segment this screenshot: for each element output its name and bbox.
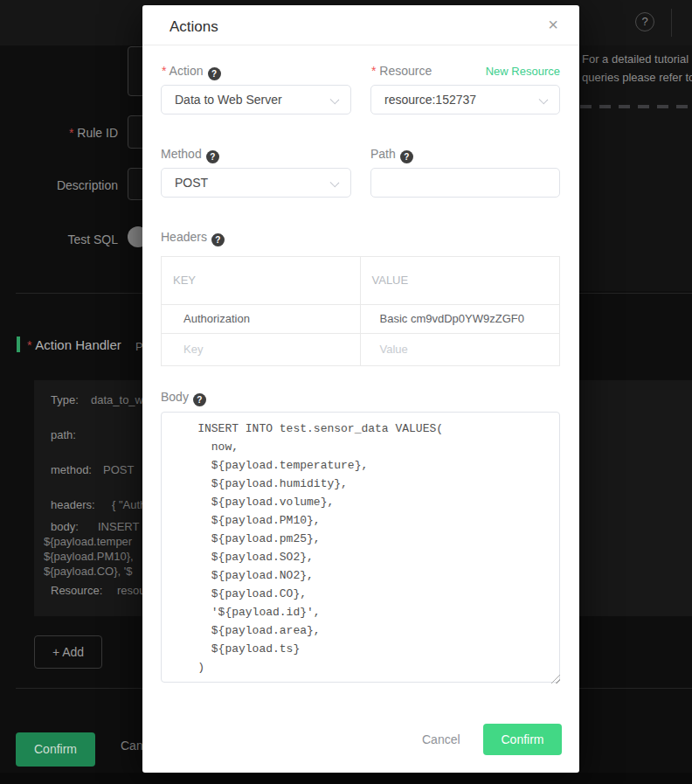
path-field-label: Path: [370, 147, 413, 163]
help-badge-icon[interactable]: [193, 393, 206, 406]
body-wrap-3: ${payload.CO}, '$: [44, 565, 133, 578]
chevron-down-icon: [330, 95, 340, 105]
resource-select[interactable]: resource:152737: [370, 85, 560, 114]
page-confirm-button[interactable]: Confirm: [16, 732, 95, 767]
method-value: POST: [103, 463, 134, 476]
header-key-input[interactable]: Authorization: [162, 305, 361, 333]
method-label: method:: [51, 463, 92, 476]
headers-section-label: Headers: [161, 230, 225, 246]
resource-value: resou: [117, 584, 146, 597]
dashed-divider: [580, 105, 692, 108]
resource-field-label: Resource: [371, 64, 432, 78]
help-icon[interactable]: [635, 12, 654, 31]
modal-cancel-button[interactable]: Cancel: [422, 732, 460, 746]
method-field-label: Method: [161, 147, 219, 163]
add-action-button[interactable]: + Add: [34, 635, 102, 669]
action-select[interactable]: Data to Web Server: [161, 85, 351, 114]
path-input[interactable]: [370, 168, 560, 198]
section-accent-bar: [17, 336, 20, 352]
required-asterisk: Action: [162, 64, 204, 78]
help-badge-icon[interactable]: [400, 150, 413, 163]
method-select[interactable]: POST: [161, 168, 351, 198]
help-badge-icon[interactable]: [208, 67, 221, 80]
body-section-label: Body: [161, 390, 206, 406]
action-field-label: Action: [162, 64, 221, 80]
body-textarea[interactable]: INSERT INTO test.sensor_data VALUES( now…: [161, 412, 560, 683]
table-row: Authorization Basic cm9vdDp0YW9zZGF0: [162, 304, 559, 333]
body-wrap-1: ${payload.temper: [44, 535, 132, 548]
action-select-value: Data to Web Server: [175, 93, 282, 107]
headers-table-head: KEY VALUE: [162, 257, 559, 304]
new-resource-link[interactable]: New Resource: [486, 65, 560, 78]
modal-confirm-button[interactable]: Confirm: [483, 724, 562, 755]
headers-label: headers:: [51, 498, 95, 511]
headers-value: { "Auth: [112, 498, 146, 511]
method-select-value: POST: [175, 176, 208, 190]
table-row: Key Value: [162, 333, 559, 365]
page-bottom-strip: [0, 773, 692, 784]
required-asterisk: Rule ID: [69, 126, 118, 140]
tutorial-line-2: queries please refer to: [582, 68, 692, 87]
actions-modal: Actions Action Resource New Resource Dat…: [142, 5, 579, 773]
value-column-header: VALUE: [361, 257, 560, 304]
required-asterisk: Action Handler: [27, 337, 121, 352]
chevron-down-icon: [330, 178, 340, 188]
path-label: path:: [51, 428, 76, 441]
help-badge-icon[interactable]: [211, 233, 225, 246]
body-label: body:: [51, 520, 79, 533]
body-wrap-2: ${payload.PM10},: [44, 550, 134, 563]
headers-table: KEY VALUE Authorization Basic cm9vdDp0YW…: [161, 256, 560, 366]
header-key-input-empty[interactable]: Key: [162, 334, 361, 365]
screen: For a detailed tutorial queries please r…: [0, 0, 692, 784]
type-value: data_to_w: [91, 393, 143, 406]
close-icon[interactable]: [543, 14, 564, 35]
rule-id-label: Rule ID: [17, 126, 118, 140]
required-asterisk: Resource: [371, 64, 432, 78]
header-value-input[interactable]: Basic cm9vdDp0YW9zZGF0: [361, 305, 560, 333]
resource-label: Resource:: [51, 584, 102, 597]
action-handler-title: Action Handler: [27, 337, 121, 352]
chevron-down-icon: [539, 95, 549, 105]
description-label: Description: [17, 178, 118, 192]
key-column-header: KEY: [162, 257, 361, 304]
help-badge-icon[interactable]: [206, 150, 219, 163]
topbar-divider: [671, 9, 672, 37]
header-value-input-empty[interactable]: Value: [361, 334, 560, 365]
resource-select-value: resource:152737: [384, 93, 476, 107]
modal-title: Actions: [170, 18, 218, 36]
tutorial-line-1: For a detailed tutorial: [582, 50, 692, 68]
type-label: Type:: [51, 393, 79, 406]
tutorial-text: For a detailed tutorial queries please r…: [582, 50, 692, 87]
test-sql-label: Test SQL: [17, 232, 118, 246]
